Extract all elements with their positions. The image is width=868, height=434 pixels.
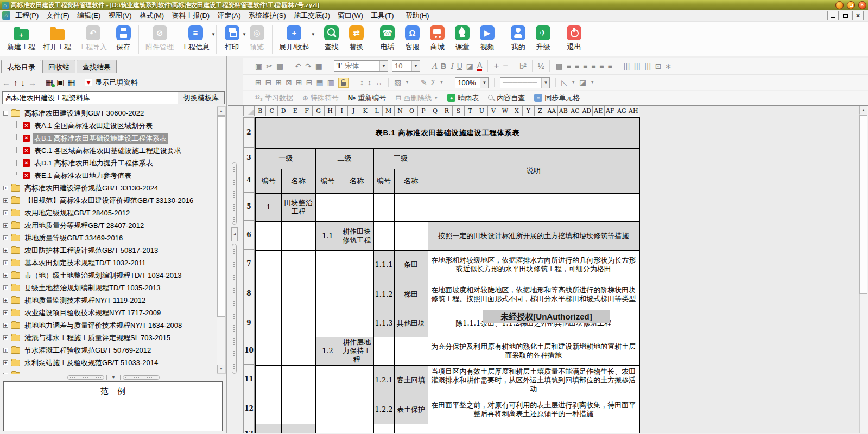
tree-folder[interactable]: +【旧规范】高标准农田建设评价规范GB/T 33130-2016 [3, 195, 195, 206]
sheet-cell[interactable] [340, 310, 373, 337]
sheet-scrollbar[interactable]: ▲ [859, 106, 868, 433]
展开/收起-button[interactable]: +▼展开/收起 [275, 23, 313, 52]
superscript-icon[interactable]: b² [519, 62, 526, 70]
sheet-cell[interactable]: 1.1.1 [373, 250, 394, 279]
tree-folder[interactable]: +耕地质量等级GB/T 33469-2016 [3, 232, 124, 244]
lock-cell-icon[interactable] [338, 78, 349, 88]
sheet-cell[interactable] [256, 250, 281, 279]
tree-expander-icon[interactable]: + [3, 373, 8, 374]
sheet-cell[interactable] [256, 424, 281, 433]
column-header[interactable]: R [441, 106, 453, 116]
sheet-scroll-thumb[interactable] [859, 115, 867, 294]
tree-folder[interactable]: +节水灌溉工程验收规范GB/T 50769-2012 [3, 344, 153, 356]
视频-button[interactable]: ▶视频 [475, 23, 500, 52]
column-header[interactable]: C [266, 106, 277, 116]
row-header[interactable]: 13 [243, 423, 255, 433]
sheet-cell[interactable]: 1.2.1 [373, 365, 394, 395]
line-combo[interactable]: ———————▼ [500, 77, 550, 88]
draw-icon[interactable]: ✎ [421, 79, 427, 86]
tree-expander-icon[interactable]: + [3, 348, 8, 353]
tree-folder[interactable]: +市（地）级土地整治规划编制规程TD/T 1034-2013 [3, 270, 183, 281]
combo-dropdown-icon[interactable]: ▼ [480, 78, 488, 88]
电话-button[interactable]: ☎电话 [375, 23, 400, 52]
distribute-cols-right-icon[interactable]: ||| [644, 63, 651, 69]
menu-item-9[interactable]: 窗口(W) [334, 10, 367, 22]
sheet-cell[interactable]: 当项目区内有效土层厚度和耕层土壤质量不能满足作物生长、农田灌溉排水和耕作需要时，… [428, 365, 639, 395]
sheet-cell[interactable] [373, 424, 394, 433]
bold-icon[interactable]: B [441, 62, 446, 70]
sheet-cell[interactable]: 为充分保护及利用原有耕地的熟化土层和建设新增耕地的宜耕土层而采取的各种措施 [428, 337, 639, 365]
保存-button[interactable]: 保存 [111, 23, 136, 52]
tree-expander-icon[interactable]: + [3, 298, 8, 303]
sheet-cell[interactable] [394, 337, 428, 365]
char-spacing-icon[interactable]: ↔ [375, 79, 383, 86]
sheet-cell[interactable]: 1.1.3 [373, 310, 394, 337]
align-center-icon[interactable]: ≡ [575, 62, 579, 70]
sheet-cell[interactable]: 田块整治工程 [281, 193, 315, 221]
menu-item-7[interactable]: 系统维护(S) [245, 10, 290, 22]
tree-expander-icon[interactable]: − [3, 111, 8, 116]
increase-font-icon[interactable]: + [493, 61, 499, 71]
sheet-cell[interactable]: 1.1.2 [373, 279, 394, 310]
row-header[interactable]: 4 [243, 168, 255, 193]
课堂-button[interactable]: 课堂 [450, 23, 475, 52]
menu-item-0[interactable]: 工程(P) [11, 10, 42, 22]
sheet-title-cell[interactable]: 表B.1 高标准农田基础设施建设工程体系表 [256, 118, 639, 148]
sheet-cell[interactable] [373, 221, 394, 250]
tree-expander-icon[interactable]: + [3, 210, 8, 215]
新建工程-button[interactable]: +新建工程 [3, 23, 39, 52]
remove-table-icon[interactable]: ▦ [67, 78, 75, 87]
tree-expander-icon[interactable]: + [3, 186, 8, 190]
tree-expander-icon[interactable]: + [3, 260, 8, 265]
align-right-icon[interactable]: ≡ [583, 62, 587, 70]
scroll-up-icon[interactable]: ▲ [217, 107, 225, 116]
tree-expander-icon[interactable]: + [3, 323, 8, 328]
column-header[interactable]: W [499, 106, 511, 116]
switch-template-button[interactable]: 切换模板库 [178, 91, 225, 104]
menu-item-5[interactable]: 资料上报(D) [168, 10, 213, 22]
dropdown-arrow-icon[interactable]: ▼ [571, 80, 575, 85]
combo-dropdown-icon[interactable]: ▼ [411, 61, 420, 71]
copy-table-icon[interactable]: ▣ [56, 78, 64, 87]
sheet-cell[interactable] [281, 337, 315, 365]
sheet-cell[interactable]: 1 [256, 193, 281, 221]
row-header[interactable]: 8 [243, 278, 255, 309]
font-dialog-icon[interactable]: A [432, 62, 437, 70]
insert-col-right-icon[interactable]: ⊞ [275, 79, 282, 86]
sheet-cell[interactable] [315, 279, 340, 310]
升级-button[interactable]: ✈升级 [531, 23, 556, 52]
tree-expander-icon[interactable]: + [3, 223, 8, 228]
nav-up-icon[interactable]: ↑ [14, 78, 18, 87]
row-header[interactable]: 12 [243, 394, 255, 423]
insert-row-below-icon[interactable]: ⊟ [306, 79, 313, 86]
column-header[interactable]: B [255, 106, 266, 116]
shrink-cells-icon[interactable]: ∗ [665, 62, 671, 70]
mdi-restore-button[interactable] [840, 11, 851, 20]
header-name[interactable]: 名称 [394, 169, 428, 193]
column-header[interactable]: Z [535, 106, 546, 116]
column-header[interactable]: AE [593, 106, 604, 116]
column-header[interactable]: AD [581, 106, 593, 116]
column-header[interactable]: V [488, 106, 499, 116]
sheet-cell[interactable]: 在地面坡度相对较陡地区，依据地形和等高线所进行的阶梯状田块修筑工程。按照田面形式… [428, 279, 639, 310]
template-library-field[interactable]: 高标准农田建设工程资料库 [2, 91, 178, 104]
merge-cells-icon[interactable]: ▦ [316, 79, 323, 86]
sheet-cell[interactable] [394, 424, 428, 433]
cell-border-icon[interactable]: ▤ [555, 62, 562, 70]
sheet-cell[interactable] [315, 395, 340, 424]
sheet-cell[interactable] [340, 424, 373, 433]
menu-item-10[interactable]: 工具(T) [367, 10, 398, 22]
menu-item-1[interactable]: 文件(F) [42, 10, 73, 22]
sheet-cell[interactable] [281, 279, 315, 310]
renumber-button[interactable]: №重新编号 [348, 93, 387, 103]
客服-button[interactable]: Ω客服 [400, 23, 425, 52]
insert-col-left-icon[interactable]: ⊞ [255, 79, 262, 86]
tree-expander-icon[interactable]: + [3, 285, 8, 290]
sheet-cell[interactable]: 其他田块 [394, 310, 428, 337]
column-header[interactable]: AC [569, 106, 581, 116]
sheet-cell[interactable] [281, 365, 315, 395]
formula-icon[interactable]: Σ [431, 79, 436, 86]
row-header[interactable]: 9 [243, 309, 255, 336]
horizontal-splitter[interactable]: ▼ [0, 374, 227, 381]
sheet-cell[interactable] [394, 221, 428, 250]
